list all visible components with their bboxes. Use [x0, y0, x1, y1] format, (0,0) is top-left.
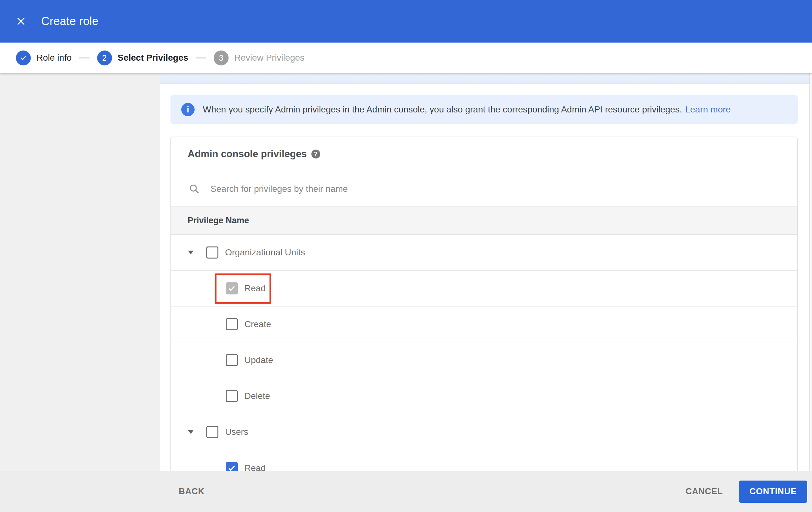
action-footer: BACK CANCEL CONTINUE	[0, 471, 812, 512]
privilege-row-create: Create	[171, 306, 798, 342]
search-icon	[189, 184, 200, 194]
footer-right-actions: CANCEL CONTINUE	[686, 481, 807, 503]
privileges-card: Admin console privileges ? Privilege Nam…	[171, 137, 798, 489]
step-label: Review Privileges	[234, 53, 304, 63]
row-label: Read	[244, 283, 266, 294]
step-number-circle: 2	[97, 51, 112, 65]
step-review-privileges[interactable]: 3 Review Privileges	[214, 51, 304, 65]
info-banner: i When you specify Admin privileges in t…	[171, 95, 798, 124]
scrolled-banner-remnant	[160, 73, 809, 84]
scrollbar-gutter[interactable]	[809, 73, 812, 471]
step-connector	[196, 57, 206, 58]
checkbox-create[interactable]	[226, 318, 238, 330]
left-gutter-panel	[0, 73, 160, 471]
checkbox-read-disabled[interactable]	[226, 282, 238, 294]
step-role-info[interactable]: Role info	[16, 51, 72, 65]
privilege-row-update: Update	[171, 342, 798, 378]
row-label: Create	[244, 319, 271, 329]
column-header: Privilege Name	[187, 216, 249, 225]
privilege-row-read: Read	[171, 271, 798, 306]
continue-button[interactable]: CONTINUE	[739, 481, 807, 503]
check-icon	[227, 284, 236, 293]
search-row	[171, 171, 798, 207]
privilege-row-delete: Delete	[171, 378, 798, 414]
back-button[interactable]: BACK	[179, 487, 204, 496]
row-label: Users	[225, 427, 248, 437]
collapse-triangle-icon[interactable]	[188, 430, 194, 434]
step-label: Role info	[36, 53, 72, 63]
help-icon[interactable]: ?	[311, 150, 320, 159]
close-icon	[16, 16, 26, 27]
checkbox-organizational-units[interactable]	[206, 246, 219, 259]
table-header-row: Privilege Name	[171, 207, 798, 235]
privilege-row-organizational-units: Organizational Units	[171, 235, 798, 271]
info-icon: i	[181, 103, 195, 116]
checkbox-update[interactable]	[226, 354, 238, 366]
row-label: Delete	[244, 391, 270, 401]
collapse-triangle-icon[interactable]	[188, 251, 194, 254]
search-input[interactable]	[210, 184, 687, 194]
highlight-box-read: Read	[215, 273, 271, 304]
card-heading: Admin console privileges	[187, 148, 307, 160]
page-title: Create role	[41, 15, 98, 28]
banner-text: When you specify Admin privileges in the…	[203, 105, 682, 115]
wizard-stepper: Role info 2 Select Privileges 3 Review P…	[0, 43, 812, 73]
row-label: Organizational Units	[225, 247, 305, 258]
step-connector	[79, 57, 89, 58]
check-icon	[19, 54, 28, 62]
main-content: i When you specify Admin privileges in t…	[160, 73, 812, 512]
row-label: Update	[244, 355, 273, 365]
card-heading-row: Admin console privileges ?	[171, 137, 798, 171]
close-button[interactable]	[14, 15, 27, 28]
cancel-button[interactable]: CANCEL	[686, 487, 723, 496]
step-number-circle: 3	[214, 51, 229, 65]
checkbox-delete[interactable]	[226, 390, 238, 402]
step-select-privileges[interactable]: 2 Select Privileges	[97, 51, 188, 65]
app-bar: Create role	[0, 0, 812, 43]
privilege-row-users: Users	[171, 414, 798, 450]
step-label: Select Privileges	[118, 53, 188, 63]
learn-more-link[interactable]: Learn more	[685, 105, 731, 115]
checkbox-users[interactable]	[206, 426, 219, 438]
step-complete-circle	[16, 51, 31, 65]
